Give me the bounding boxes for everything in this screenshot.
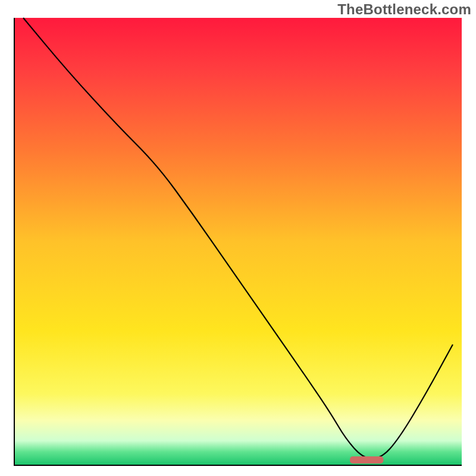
watermark-text: TheBottleneck.com [337, 1, 471, 18]
gradient-background [14, 18, 462, 465]
optimal-range-marker [350, 456, 383, 464]
bottleneck-chart [0, 0, 476, 476]
chart-frame: TheBottleneck.com [0, 0, 476, 476]
